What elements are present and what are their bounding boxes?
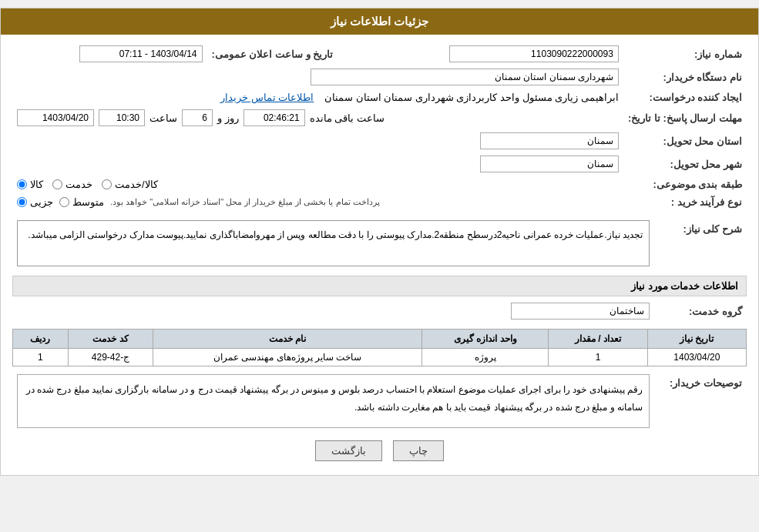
- tosiyat-box: رقم پیشنهادی خود را برای اجرای عملیات مو…: [17, 374, 650, 428]
- rooz-label: روز و: [217, 112, 239, 124]
- remaining-label: ساعت باقی مانده: [310, 112, 385, 124]
- mohlat-label: مهلت ارسال پاسخ: تا تاریخ:: [623, 106, 747, 129]
- ijad-text: ابراهیمی زیاری مسئول واحد کاربردازی شهرد…: [324, 92, 619, 103]
- radio-khadamat[interactable]: خدمت: [52, 179, 92, 190]
- page-title: جزئیات اطلاعات نیاز: [331, 15, 428, 28]
- ostan-value: [12, 129, 623, 152]
- cell-tarikh: 1403/04/20: [647, 349, 746, 366]
- ijad-label: ایجاد کننده درخواست:: [623, 89, 747, 106]
- sharh-box: تجدید نیاز.عملیات خرده عمرانی ناحیه2درسط…: [17, 220, 650, 266]
- sharh-value: تجدید نیاز.عملیات خرده عمرانی ناحیه2درسط…: [12, 217, 654, 269]
- remaining-input[interactable]: [243, 109, 305, 126]
- col-nam: نام خدمت: [153, 330, 422, 349]
- col-radif: ردیف: [13, 330, 69, 349]
- radio-jozyi-input[interactable]: [17, 197, 27, 207]
- shomara-value: [361, 42, 623, 65]
- rooz-input[interactable]: [182, 109, 213, 126]
- col-vahid: واحد اندازه گیری: [422, 330, 549, 349]
- noe-farayand-label: نوع فرآیند خرید :: [623, 193, 747, 211]
- radio-khadamat-input[interactable]: [52, 179, 62, 189]
- cell-tedad: 1: [549, 349, 647, 366]
- ostan-label: استان محل تحویل:: [623, 129, 747, 152]
- col-tarikh: تاریخ نیاز: [647, 330, 746, 349]
- col-kod: کد خدمت: [68, 330, 153, 349]
- grouh-label: گروه خدمت:: [654, 299, 747, 323]
- shahr-label: شهر محل تحویل:: [623, 152, 747, 176]
- cell-vahid: پروژه: [422, 349, 549, 366]
- sharh-section: شرح کلی نیاز: تجدید نیاز.عملیات خرده عمر…: [12, 217, 747, 269]
- noe-farayand-row: پرداخت تمام یا بخشی از مبلغ خریدار از مح…: [12, 193, 623, 211]
- radio-kala[interactable]: کالا: [17, 179, 43, 190]
- services-table: تاریخ نیاز تعداد / مقدار واحد اندازه گیر…: [12, 329, 747, 366]
- grouh-section: گروه خدمت:: [12, 299, 747, 323]
- page-wrapper: جزئیات اطلاعات نیاز شماره نیاز: تاریخ و …: [0, 8, 759, 476]
- noe-description: پرداخت تمام یا بخشی از مبلغ خریدار از مح…: [110, 197, 380, 207]
- button-row: چاپ بازگشت: [12, 440, 747, 461]
- tarikh-value: [12, 42, 207, 65]
- tosiyat-section: توصیحات خریدار: رقم پیشنهادی خود را برای…: [12, 371, 747, 431]
- shomara-input[interactable]: [449, 45, 619, 62]
- kala-label: کالا: [30, 179, 43, 190]
- back-button[interactable]: بازگشت: [315, 440, 382, 461]
- date-input[interactable]: [17, 109, 94, 126]
- sharh-text: تجدید نیاز.عملیات خرده عمرانی ناحیه2درسط…: [28, 229, 643, 240]
- jozyi-label: جزیی: [30, 196, 53, 208]
- khadamat-label: خدمت: [65, 179, 92, 190]
- ijad-value: ابراهیمی زیاری مسئول واحد کاربردازی شهرد…: [12, 89, 623, 106]
- kala-khadamat-label: کالا/خدمت: [115, 179, 158, 190]
- tosiyat-value: رقم پیشنهادی خود را برای اجرای عملیات مو…: [12, 371, 654, 431]
- tarikh-input[interactable]: [79, 45, 203, 62]
- tosiyat-label: توصیحات خریدار:: [654, 371, 747, 431]
- grouh-value: [12, 299, 654, 323]
- sharh-label: شرح کلی نیاز:: [654, 217, 747, 269]
- page-header: جزئیات اطلاعات نیاز: [1, 8, 758, 35]
- mohlat-row: ساعت باقی مانده روز و ساعت: [12, 106, 623, 129]
- print-button[interactable]: چاپ: [393, 440, 444, 461]
- radio-jozyi[interactable]: جزیی: [17, 196, 53, 208]
- cell-radif: 1: [13, 349, 69, 366]
- shahr-input[interactable]: [480, 156, 619, 172]
- radio-motavasset-input[interactable]: [59, 197, 69, 207]
- nam-dastgah-input[interactable]: [311, 69, 619, 85]
- radio-kala-khadamat-input[interactable]: [102, 179, 112, 189]
- radio-motavasset[interactable]: متوسط: [59, 196, 104, 208]
- tabaqe-label: طبقه بندی موضوعی:: [623, 176, 747, 193]
- info-section: شماره نیاز: تاریخ و ساعت اعلان عمومی: نا…: [12, 42, 747, 211]
- nam-dastgah-value: [12, 65, 623, 89]
- ettelaat-link[interactable]: اطلاعات تماس خریدار: [220, 92, 314, 103]
- motavasset-label: متوسط: [72, 196, 104, 208]
- shahr-value: [12, 152, 623, 176]
- tosiyat-text: رقم پیشنهادی خود را برای اجرای عملیات مو…: [26, 384, 643, 413]
- time-label: ساعت: [149, 112, 177, 124]
- tabaqe-radios: کالا/خدمت خدمت کالا: [12, 176, 623, 193]
- tarikh-label: تاریخ و ساعت اعلان عمومی:: [207, 42, 338, 65]
- col-tedad: تعداد / مقدار: [549, 330, 647, 349]
- ostan-input[interactable]: [480, 132, 619, 149]
- cell-kod: ج-42-429: [68, 349, 153, 366]
- time-input[interactable]: [99, 109, 145, 126]
- grouh-input[interactable]: [511, 303, 650, 320]
- radio-kala-khadamat[interactable]: کالا/خدمت: [102, 179, 158, 190]
- table-row: 1403/04/20 1 پروژه ساخت سایر پروژه‌های م…: [13, 349, 747, 366]
- nam-dastgah-label: نام دستگاه خریدار:: [623, 65, 747, 89]
- radio-kala-input[interactable]: [17, 179, 27, 189]
- shomara-label: شماره نیاز:: [623, 42, 747, 65]
- cell-nam: ساخت سایر پروژه‌های مهندسی عمران: [153, 349, 422, 366]
- content-area: شماره نیاز: تاریخ و ساعت اعلان عمومی: نا…: [1, 35, 758, 475]
- services-section-title: اطلاعات خدمات مورد نیاز: [12, 276, 747, 296]
